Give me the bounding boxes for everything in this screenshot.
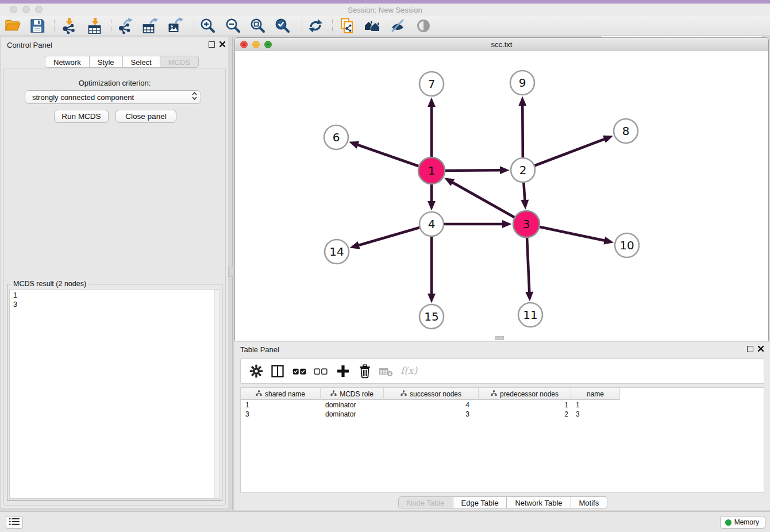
cell-predecessor-nodes[interactable]: 2 bbox=[479, 410, 571, 419]
cell-shared-name[interactable]: 1 bbox=[241, 400, 321, 410]
graph-node-8[interactable]: 8 bbox=[614, 119, 638, 143]
cell-shared-name[interactable]: 3 bbox=[241, 410, 321, 419]
show-columns-button[interactable] bbox=[269, 363, 286, 380]
column-header-MCDS-role[interactable]: MCDS role bbox=[321, 388, 384, 400]
graph-node-15[interactable]: 15 bbox=[419, 304, 444, 329]
criterion-dropdown[interactable]: strongly connected component bbox=[25, 90, 201, 104]
graph-node-7[interactable]: 7 bbox=[419, 72, 444, 96]
float-panel-icon[interactable] bbox=[209, 41, 215, 48]
column-header-shared-name[interactable]: shared name bbox=[241, 388, 321, 400]
table-row[interactable]: 3dominator323 bbox=[241, 410, 620, 419]
table-panel-title: Table Panel bbox=[240, 345, 279, 354]
panel-splitter-handle[interactable] bbox=[228, 267, 233, 277]
tab-mcds[interactable]: MCDS bbox=[160, 56, 199, 68]
deselect-all-columns-button[interactable] bbox=[312, 363, 329, 380]
close-panel-button[interactable]: Close panel bbox=[116, 110, 176, 123]
show-panels-button[interactable] bbox=[6, 516, 23, 529]
export-network-button[interactable] bbox=[117, 17, 134, 34]
save-disk-icon bbox=[29, 17, 46, 34]
export-image-button[interactable] bbox=[167, 17, 184, 34]
cell-successor-nodes[interactable]: 3 bbox=[384, 410, 479, 419]
select-all-columns-button[interactable] bbox=[291, 363, 308, 380]
graph-node-6[interactable]: 6 bbox=[324, 125, 348, 149]
clone-network-button[interactable] bbox=[338, 17, 356, 34]
show-all-button[interactable] bbox=[415, 17, 432, 34]
application-window: Session: New Session bbox=[0, 0, 770, 532]
column-header-predecessor-nodes[interactable]: predecessor nodes bbox=[479, 388, 571, 400]
graph-edge-2-8[interactable] bbox=[523, 139, 605, 170]
tab-network[interactable]: Network bbox=[45, 56, 90, 68]
mcds-result-item: 3 bbox=[10, 300, 220, 309]
graph-node-2[interactable]: 2 bbox=[511, 158, 535, 182]
graph-node-11[interactable]: 11 bbox=[518, 303, 542, 327]
run-mcds-button[interactable]: Run MCDS bbox=[54, 110, 109, 123]
table-panel-header: Table Panel bbox=[234, 342, 770, 357]
column-header-successor-nodes[interactable]: successor nodes bbox=[384, 388, 479, 400]
cell-MCDS-role[interactable]: dominator bbox=[321, 410, 384, 419]
svg-text:15: 15 bbox=[424, 310, 438, 323]
memory-button[interactable]: Memory bbox=[720, 516, 765, 529]
svg-text:14: 14 bbox=[329, 245, 344, 259]
dropdown-stepper-icon bbox=[188, 91, 201, 103]
memory-label: Memory bbox=[734, 518, 759, 526]
table-settings-button[interactable] bbox=[248, 363, 265, 380]
gear-icon bbox=[249, 364, 264, 379]
toolbar-separator bbox=[111, 19, 111, 33]
cell-successor-nodes[interactable]: 4 bbox=[384, 400, 479, 410]
export-table-button[interactable] bbox=[141, 17, 159, 34]
close-panel-icon[interactable] bbox=[218, 40, 226, 48]
export-image-icon bbox=[167, 17, 184, 34]
tab-edge-table[interactable]: Edge Table bbox=[453, 496, 507, 508]
contrast-circle-icon bbox=[415, 17, 432, 34]
graph-node-10[interactable]: 10 bbox=[615, 233, 639, 257]
close-table-panel-icon[interactable] bbox=[757, 345, 765, 353]
cell-name[interactable]: 3 bbox=[571, 410, 620, 419]
import-network-button[interactable] bbox=[60, 17, 78, 34]
import-table-icon bbox=[86, 17, 103, 34]
graph-node-3[interactable]: 3 bbox=[513, 211, 540, 237]
tab-select[interactable]: Select bbox=[123, 56, 160, 68]
control-panel-tabs: NetworkStyleSelectMCDS bbox=[45, 56, 199, 68]
open-session-button[interactable] bbox=[4, 17, 21, 34]
apply-layout-button[interactable] bbox=[307, 17, 324, 34]
column-header-name[interactable]: name bbox=[571, 388, 620, 400]
delete-table-icon bbox=[379, 364, 394, 379]
zoom-out-icon bbox=[225, 17, 242, 34]
cell-MCDS-role[interactable]: dominator bbox=[321, 400, 384, 410]
zoom-out-button[interactable] bbox=[225, 17, 242, 34]
result-scrollbar[interactable] bbox=[214, 290, 220, 498]
table-row[interactable]: 1dominator411 bbox=[241, 400, 620, 410]
network-window-titlebar[interactable]: ✕ − + scc.txt bbox=[235, 38, 768, 51]
float-table-panel-icon[interactable] bbox=[747, 346, 753, 352]
canvas-scroll-handle[interactable] bbox=[495, 336, 504, 340]
toolbar-separator bbox=[54, 19, 55, 33]
cell-name[interactable]: 1 bbox=[571, 400, 620, 410]
zoom-fit-icon bbox=[249, 17, 267, 34]
hide-selected-button[interactable] bbox=[389, 17, 406, 34]
delete-table-button[interactable] bbox=[378, 363, 395, 380]
checked-boxes-icon bbox=[292, 364, 307, 379]
save-session-button[interactable] bbox=[29, 17, 46, 34]
zoom-in-button[interactable] bbox=[199, 17, 217, 34]
graph-node-14[interactable]: 14 bbox=[325, 240, 349, 264]
function-builder-button[interactable]: f(x) bbox=[401, 365, 417, 376]
svg-text:4: 4 bbox=[428, 217, 436, 231]
delete-column-button[interactable] bbox=[356, 363, 374, 380]
zoom-fit-button[interactable] bbox=[249, 17, 267, 34]
import-table-button[interactable] bbox=[86, 17, 103, 34]
tab-network-table[interactable]: Network Table bbox=[507, 496, 571, 508]
export-table-icon bbox=[141, 17, 159, 34]
graph-node-4[interactable]: 4 bbox=[419, 212, 444, 236]
network-canvas[interactable]: 7968124314101511 bbox=[235, 51, 768, 341]
mcds-result-list[interactable]: 13 bbox=[9, 289, 220, 499]
tab-motifs[interactable]: Motifs bbox=[571, 496, 608, 508]
first-neighbors-button[interactable] bbox=[364, 17, 381, 34]
create-column-button[interactable] bbox=[334, 363, 352, 380]
graph-node-1[interactable]: 1 bbox=[418, 157, 445, 184]
tab-node-table[interactable]: Node Table bbox=[398, 496, 453, 508]
open-folder-icon bbox=[4, 17, 21, 34]
cell-predecessor-nodes[interactable]: 1 bbox=[479, 400, 571, 410]
graph-node-9[interactable]: 9 bbox=[510, 71, 534, 95]
tab-style[interactable]: Style bbox=[90, 56, 123, 68]
zoom-selected-button[interactable] bbox=[274, 17, 291, 34]
